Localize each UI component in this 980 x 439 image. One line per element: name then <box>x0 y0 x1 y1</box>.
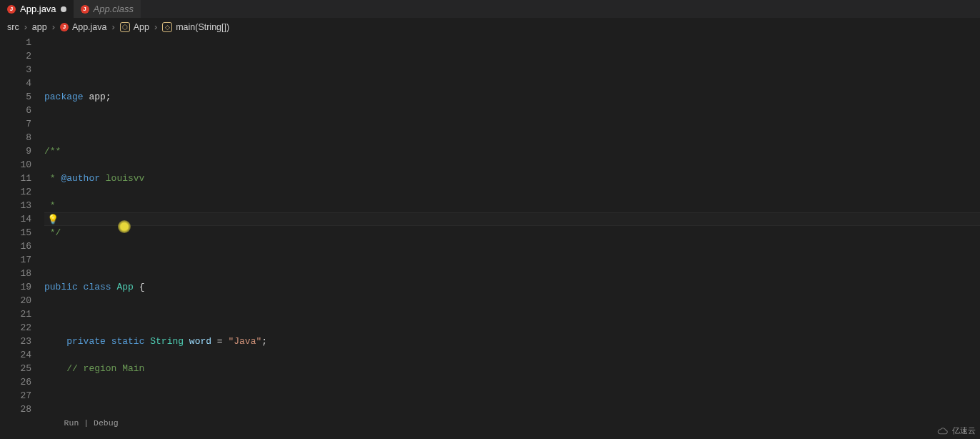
method-icon: ◇ <box>162 22 172 32</box>
chevron-right-icon: › <box>24 22 27 32</box>
chevron-right-icon: › <box>112 22 115 32</box>
breadcrumb-class[interactable]: ⬡ App <box>120 22 149 32</box>
tab-label: App.java <box>20 4 56 14</box>
code-area[interactable]: package app; /** * @author louisvv * */ … <box>44 36 980 439</box>
chevron-right-icon: › <box>52 22 55 32</box>
modified-dot-icon <box>61 6 66 12</box>
lightbulb-icon[interactable]: 💡 <box>47 213 59 227</box>
tab-bar: J App.java J App.class <box>0 0 980 18</box>
java-file-icon: J <box>81 5 89 14</box>
line-number-gutter: 1 2 3 4 5 6 7 8 9 10 11 12 13 14 15 16 1… <box>0 36 44 439</box>
tab-app-java[interactable]: J App.java <box>0 0 74 18</box>
cursor-indicator-icon <box>118 220 131 233</box>
breadcrumb: src › app › J App.java › ⬡ App › ◇ main(… <box>0 18 980 36</box>
breadcrumb-method[interactable]: ◇ main(String[]) <box>162 22 229 32</box>
tab-app-class[interactable]: J App.class <box>74 0 141 18</box>
breadcrumb-file[interactable]: J App.java <box>60 22 107 32</box>
codelens-run[interactable]: Run <box>64 418 79 428</box>
chevron-right-icon: › <box>154 22 157 32</box>
breadcrumb-app[interactable]: app <box>32 22 47 32</box>
class-icon: ⬡ <box>120 22 130 32</box>
java-file-icon: J <box>7 5 16 14</box>
breadcrumb-src[interactable]: src <box>7 22 19 32</box>
java-file-icon: J <box>60 23 69 31</box>
codelens-debug[interactable]: Debug <box>94 418 119 428</box>
editor[interactable]: 💡 1 2 3 4 5 6 7 8 9 10 11 12 13 14 15 16… <box>0 36 980 439</box>
tab-label: App.class <box>94 4 134 14</box>
